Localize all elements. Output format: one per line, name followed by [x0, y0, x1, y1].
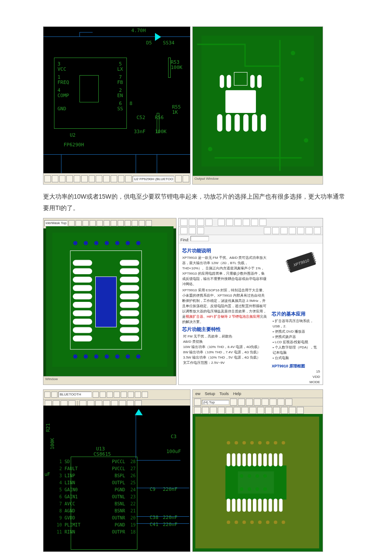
layer-dropdown[interactable]: (H) Top — [202, 400, 229, 405]
toolbar-btn[interactable] — [241, 407, 248, 414]
toolbar-btn[interactable] — [281, 407, 288, 414]
toolbar-btn[interactable] — [197, 227, 204, 234]
toolbar-btn[interactable] — [121, 392, 127, 398]
toolbar-btn[interactable] — [194, 407, 201, 414]
toolbar-btn[interactable] — [66, 175, 73, 182]
toolbar-btn[interactable] — [289, 407, 296, 414]
toolbar-btn[interactable] — [238, 399, 245, 406]
figure-2: iderMask Top — [43, 218, 349, 385]
toolbar-btn[interactable] — [104, 220, 110, 226]
toolbar-btn[interactable] — [197, 219, 204, 226]
find-input[interactable] — [191, 236, 209, 241]
layer-dropdown[interactable]: iderMask Top — [44, 220, 68, 226]
nav-prev-icon[interactable] — [226, 219, 233, 226]
toolbar-btn[interactable] — [273, 407, 280, 414]
svg-point-33 — [94, 355, 99, 359]
toolbar-btn[interactable] — [205, 219, 212, 226]
toolbar-btn[interactable] — [189, 219, 196, 226]
toolbar-btn[interactable] — [132, 220, 138, 226]
svg-rect-22 — [96, 277, 117, 327]
toolbar-btn[interactable] — [128, 392, 134, 398]
svg-rect-40 — [73, 277, 92, 283]
find-label: Find: — [180, 238, 189, 242]
toolbar-btn[interactable] — [175, 175, 182, 182]
toolbar-btn[interactable] — [262, 399, 269, 406]
toolbar-btn[interactable] — [83, 220, 89, 226]
toolbar-btn[interactable] — [281, 227, 288, 234]
toolbar-btn[interactable] — [118, 175, 125, 182]
toolbar-btn[interactable] — [68, 220, 75, 226]
toolbar-btn[interactable] — [118, 220, 124, 226]
toolbar-btn[interactable] — [289, 227, 296, 234]
toolbar-btn[interactable] — [259, 219, 266, 226]
menu-help[interactable]: Help — [233, 392, 241, 396]
toolbar-btn[interactable] — [194, 399, 201, 406]
toolbar-btn[interactable] — [97, 220, 103, 226]
toolbar-btn[interactable] — [111, 175, 117, 182]
nav-next-icon[interactable] — [234, 219, 241, 226]
toolbar-btn[interactable] — [251, 219, 258, 226]
toolbar-btn[interactable] — [52, 175, 58, 182]
toolbar-btn[interactable] — [74, 175, 80, 182]
toolbar-btn[interactable] — [89, 175, 95, 182]
toolbar-btn[interactable] — [210, 407, 217, 414]
toolbar-btn[interactable] — [81, 175, 88, 182]
toolbar-btn[interactable] — [218, 407, 225, 414]
toolbar-btn[interactable] — [226, 407, 233, 414]
toolbar-btn[interactable] — [189, 227, 196, 234]
toolbar-btn[interactable] — [272, 227, 279, 234]
toolbar-btn[interactable] — [90, 220, 96, 226]
toolbar-btn[interactable] — [277, 399, 284, 406]
toolbar-btn[interactable] — [180, 227, 187, 234]
toolbar-btn[interactable] — [230, 399, 237, 406]
toolbar-btn[interactable] — [107, 392, 113, 398]
toolbar-btn[interactable] — [135, 392, 141, 398]
toolbar-btn[interactable] — [59, 175, 66, 182]
nav-last-icon[interactable] — [243, 219, 250, 226]
toolbar-btn[interactable] — [183, 175, 189, 182]
toolbar-btn[interactable] — [76, 220, 82, 226]
toolbar-btn[interactable] — [270, 399, 277, 406]
toolbar-btn[interactable] — [96, 175, 102, 182]
svg-rect-48 — [120, 260, 139, 265]
toolbar-btn[interactable] — [103, 175, 110, 182]
toolbar-btn[interactable] — [139, 220, 145, 226]
sheet-dropdown[interactable]: BLUETOOTH — [58, 392, 92, 398]
toolbar-part-field[interactable]: U2 FP6290H (BLUETOO — [133, 176, 174, 182]
toolbar-btn[interactable] — [257, 407, 264, 414]
pins-left: 1 SD 2 FAULT 3 LINP 4 LINN 5 GAIN0 6 GAI… — [54, 458, 80, 536]
toolbar-btn[interactable] — [114, 392, 120, 398]
toolbar-btn[interactable] — [202, 407, 209, 414]
menu-tools[interactable]: Tools — [219, 392, 229, 396]
toolbar-btn[interactable] — [44, 392, 50, 398]
svg-rect-5 — [220, 75, 224, 88]
toolbar-btn[interactable] — [297, 227, 304, 234]
toolbar-btn[interactable] — [264, 227, 271, 234]
toolbar-btn[interactable] — [249, 407, 256, 414]
toolbar-btn[interactable] — [125, 220, 131, 226]
toolbar-btn[interactable] — [180, 219, 187, 226]
toolbar-btn[interactable] — [51, 392, 58, 398]
nav-first-icon[interactable] — [218, 219, 225, 226]
menu-bar: ew Setup Tools Help — [193, 390, 323, 398]
toolbar-btn[interactable] — [254, 399, 261, 406]
toolbar-btn[interactable] — [125, 175, 132, 182]
toolbar-btn[interactable] — [285, 399, 292, 406]
svg-rect-94 — [269, 499, 272, 512]
toolbar-btn[interactable] — [306, 227, 313, 234]
toolbar-btn[interactable] — [314, 227, 321, 234]
toolbar-btn[interactable] — [297, 407, 304, 414]
toolbar-btn[interactable] — [146, 220, 152, 226]
section-diagram-heading: XPT9910 原理框图 — [272, 363, 320, 369]
toolbar-btn[interactable] — [44, 175, 51, 182]
menu-view[interactable]: ew — [195, 392, 201, 396]
toolbar-btn[interactable] — [93, 392, 99, 398]
toolbar-btn[interactable] — [265, 407, 272, 414]
toolbar-btn[interactable] — [234, 407, 241, 414]
toolbar-btn[interactable] — [246, 399, 253, 406]
toolbar-btn[interactable] — [111, 220, 117, 226]
document-page: 4.70H D5 SS34 R53 100K 3 VCC 1 FREQ 4 CO… — [0, 0, 392, 555]
toolbar-btn[interactable] — [100, 392, 106, 398]
menu-setup[interactable]: Setup — [205, 392, 216, 396]
toolbar-btn[interactable] — [142, 392, 148, 398]
